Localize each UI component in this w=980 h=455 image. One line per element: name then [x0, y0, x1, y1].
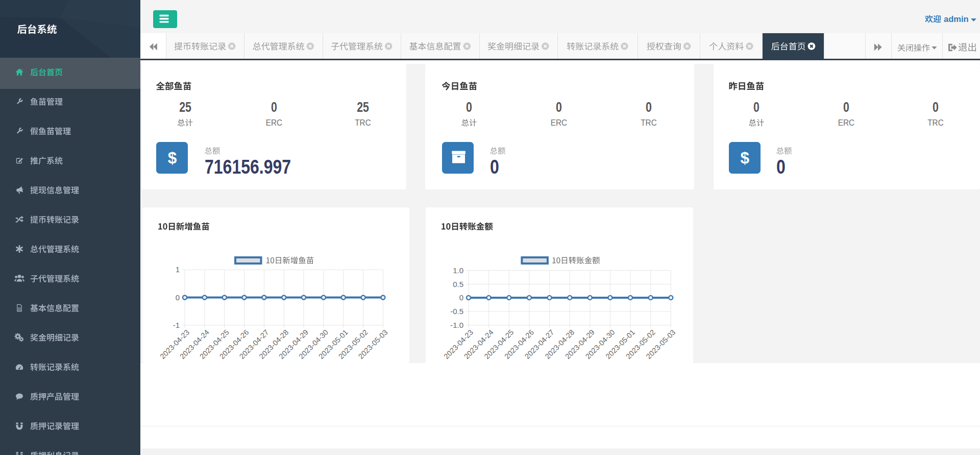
svg-text:$: $	[168, 149, 177, 167]
svg-text:$: $	[740, 149, 749, 167]
svg-text:0: 0	[459, 293, 463, 302]
svg-text:0.5: 0.5	[453, 280, 463, 289]
svg-text:-0.5: -0.5	[450, 307, 463, 316]
svg-text:-1: -1	[173, 321, 180, 329]
svg-text:0: 0	[176, 293, 180, 302]
svg-text:1.0: 1.0	[453, 266, 463, 275]
svg-text:-1.0: -1.0	[450, 321, 463, 329]
svg-text:1: 1	[176, 265, 180, 274]
